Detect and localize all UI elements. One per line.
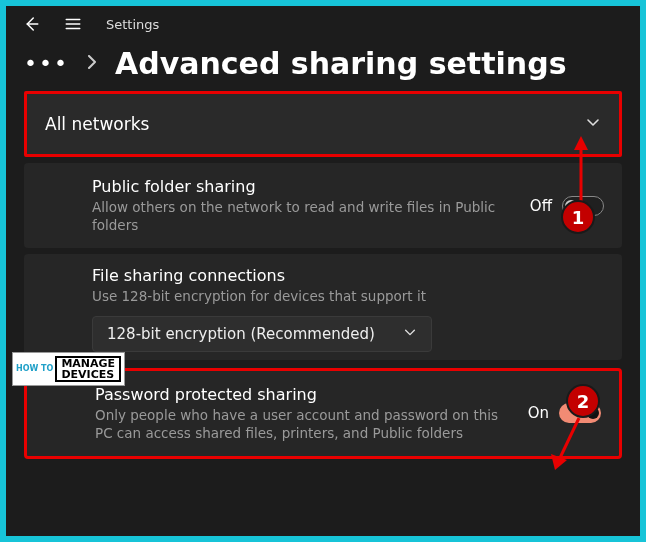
chevron-right-icon	[87, 54, 97, 73]
watermark-howto: HOW TO	[16, 365, 53, 373]
breadcrumb-ellipsis-icon[interactable]: •••	[24, 51, 69, 76]
annotation-arrow-1	[566, 136, 596, 208]
hamburger-icon[interactable]	[64, 15, 82, 33]
annotation-marker-2: 2	[566, 384, 600, 418]
section-title: All networks	[45, 114, 149, 134]
setting-file-sharing-connections: File sharing connections Use 128-bit enc…	[24, 254, 622, 359]
back-icon[interactable]	[22, 15, 40, 33]
setting-desc: Only people who have a user account and …	[95, 406, 512, 442]
setting-desc: Use 128-bit encryption for devices that …	[92, 287, 604, 305]
watermark-devices: DEVICES	[61, 369, 115, 380]
setting-title: Public folder sharing	[92, 177, 514, 196]
watermark-howtomanagedevices: HOW TO MANAGE DEVICES	[12, 352, 125, 386]
svg-marker-3	[551, 454, 567, 470]
chevron-down-icon	[585, 114, 601, 134]
dropdown-value: 128-bit encryption (Recommended)	[107, 325, 375, 343]
section-all-networks[interactable]: All networks	[24, 91, 622, 157]
annotation-arrow-2	[541, 414, 591, 474]
setting-title: File sharing connections	[92, 266, 604, 285]
page-title: Advanced sharing settings	[115, 46, 567, 81]
chevron-down-icon	[403, 325, 417, 343]
titlebar: Settings	[6, 6, 640, 40]
breadcrumb: ••• Advanced sharing settings	[6, 40, 640, 91]
toggle-state-label: Off	[530, 197, 552, 215]
annotation-marker-1: 1	[561, 200, 595, 234]
setting-public-folder-sharing: Public folder sharing Allow others on th…	[24, 163, 622, 248]
app-title: Settings	[106, 17, 159, 32]
setting-title: Password protected sharing	[95, 385, 512, 404]
svg-marker-1	[574, 136, 588, 150]
settings-window: Settings ••• Advanced sharing settings A…	[6, 6, 640, 536]
setting-desc: Allow others on the network to read and …	[92, 198, 514, 234]
encryption-dropdown[interactable]: 128-bit encryption (Recommended)	[92, 316, 432, 352]
svg-line-2	[559, 418, 579, 460]
